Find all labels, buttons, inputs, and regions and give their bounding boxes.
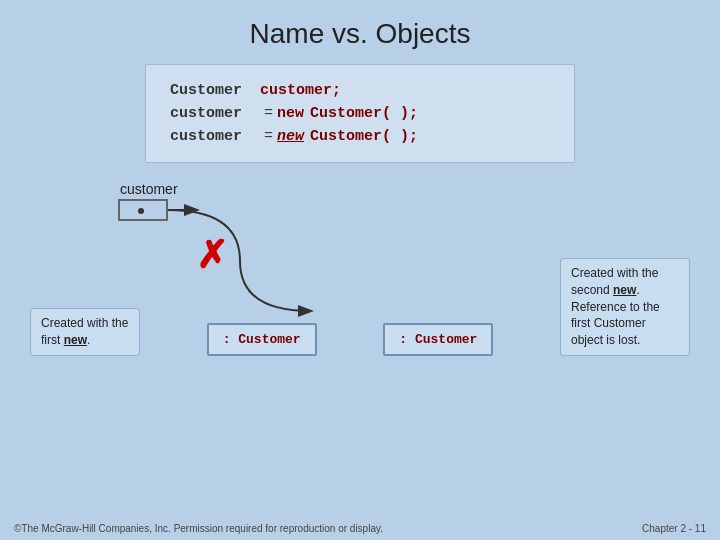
code-type-1: Customer	[170, 82, 260, 99]
footer-copyright: ©The McGraw-Hill Companies, Inc. Permiss…	[14, 523, 383, 534]
code-box: Customer customer; customer = new Custom…	[145, 64, 575, 163]
code-row-1: Customer customer;	[170, 79, 550, 102]
code-ctor-3: Customer( );	[310, 128, 418, 145]
code-kw-2: new	[277, 105, 304, 122]
callout-first-text-after: .	[87, 333, 90, 347]
code-row-3: customer = new Customer( );	[170, 125, 550, 148]
callout-second: Created with the second new. Reference t…	[560, 258, 690, 356]
callout-second-highlight: new	[613, 283, 636, 297]
footer: ©The McGraw-Hill Companies, Inc. Permiss…	[0, 523, 720, 534]
code-ctor-2: Customer( );	[310, 105, 418, 122]
slide-title: Name vs. Objects	[0, 0, 720, 64]
code-kw-3: new	[277, 128, 304, 145]
callout-first: Created with the first new.	[30, 308, 140, 356]
reference-dot	[138, 208, 144, 214]
info-boxes: Created with the first new. : Customer :…	[0, 258, 720, 356]
code-op-3: =	[264, 128, 273, 145]
obj-box-2: : Customer	[383, 323, 493, 356]
code-row-2: customer = new Customer( );	[170, 102, 550, 125]
code-type-2: customer	[170, 105, 260, 122]
diagram-area: customer ✗ Created with the first new. :…	[0, 181, 720, 356]
customer-label: customer	[120, 181, 178, 197]
code-type-3: customer	[170, 128, 260, 145]
footer-page: Chapter 2 - 11	[642, 523, 706, 534]
obj-box-1: : Customer	[207, 323, 317, 356]
callout-first-highlight: new	[64, 333, 87, 347]
code-op-2: =	[264, 105, 273, 122]
code-var-1: customer;	[260, 82, 341, 99]
